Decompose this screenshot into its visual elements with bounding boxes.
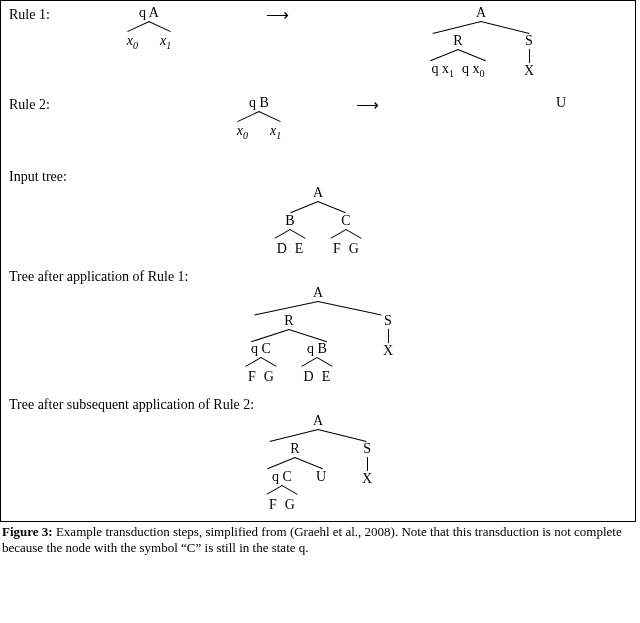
tree-edge [125,21,173,33]
arrow-icon: ⟶ [219,5,335,24]
rule1-label: Rule 1: [9,5,79,23]
leaf-X: X [524,63,534,79]
node-A: A [313,413,323,429]
rule1-rhs: A R q x1 q x0 S [335,5,627,82]
tree-edge [328,229,364,241]
tree-edge [265,457,325,469]
caption-lead: Figure 3: [2,524,53,539]
node-S: S [384,313,392,329]
tree-edge [288,201,348,213]
node-U: U [495,95,627,111]
tree-edge [272,229,308,241]
node-A: A [476,5,486,21]
tree-edge [253,301,383,313]
tree-edge [367,457,368,471]
caption-text: Example transduction steps, simplified f… [2,524,622,555]
node-A: A [313,185,323,201]
arrow-icon: ⟶ [299,95,435,114]
after-rule2-tree: A R q C F G [264,413,372,513]
node-qB: q B [219,95,299,111]
after-rule2-label: Tree after subsequent application of Rul… [9,395,627,413]
tree-edge [431,21,531,33]
tree-edge [529,49,530,63]
leaf-X: X [362,471,372,487]
tree-edge [243,357,279,369]
rule2-label: Rule 2: [9,95,79,113]
input-tree-label: Input tree: [9,167,627,185]
leaf-X: X [383,343,393,359]
node-A: A [313,285,323,301]
rule2-rhs: U [435,95,627,111]
figure-caption: Figure 3: Example transduction steps, si… [0,522,638,557]
after-rule1-label: Tree after application of Rule 1: [9,267,627,285]
tree-edge [264,485,300,497]
tree-edge [268,429,368,441]
node-qA: q A [79,5,219,21]
tree-edge [249,329,329,341]
after-rule1-tree: A R q C F G [243,285,393,385]
tree-edge [388,329,389,343]
figure-box: Rule 1: q A x0 x1 ⟶ A R [0,0,636,522]
tree-edge [235,111,283,123]
rule1-lhs: q A x0 x1 [79,5,219,54]
tree-edge [299,357,335,369]
rule2-lhs: q B x0 x1 [219,95,299,144]
tree-edge [428,49,488,61]
input-tree: A B D E C F [272,185,364,257]
